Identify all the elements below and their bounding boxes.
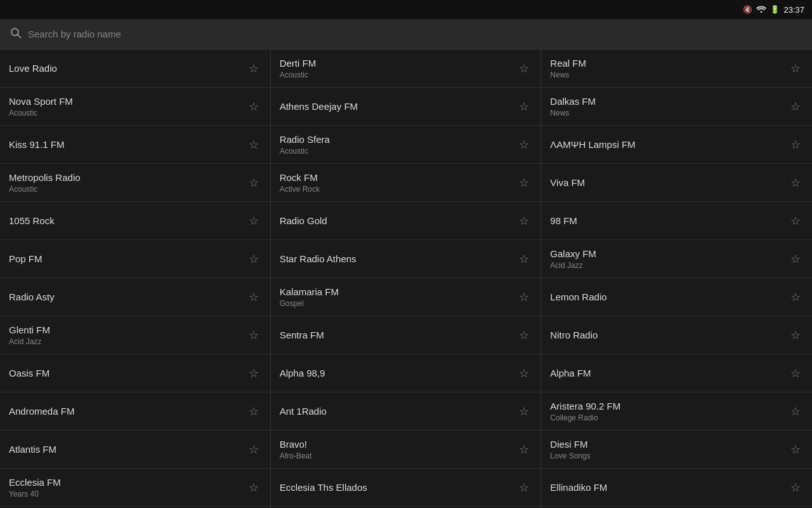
radio-name: Ellinadiko FM	[550, 481, 788, 494]
radio-item[interactable]: Alpha FM☆	[541, 354, 812, 392]
radio-item[interactable]: Ecclesia FMYears 40☆	[0, 469, 270, 507]
favorite-button[interactable]: ☆	[788, 211, 803, 231]
radio-item[interactable]: 1055 Rock☆	[0, 202, 270, 240]
radio-item[interactable]: Ellinadiko FM☆	[541, 469, 812, 507]
radio-item[interactable]: 98 FM☆	[541, 202, 812, 240]
favorite-button[interactable]: ☆	[788, 364, 803, 383]
favorite-button[interactable]: ☆	[516, 478, 532, 497]
favorite-button[interactable]: ☆	[516, 440, 532, 459]
favorite-button[interactable]: ☆	[516, 288, 532, 307]
radio-item[interactable]: Pop FM☆	[0, 240, 270, 278]
radio-info: Kiss 91.1 FM	[9, 138, 246, 151]
radio-info: ΛΑΜΨΗ Lampsi FM	[550, 138, 788, 151]
radio-item[interactable]: Love Radio☆	[0, 50, 270, 88]
radio-item[interactable]: Atlantis FM☆	[0, 431, 270, 469]
radio-item[interactable]: Aristera 90.2 FMCollege Radio☆	[541, 392, 812, 431]
radio-item[interactable]: Galaxy FMAcid Jazz☆	[541, 240, 812, 278]
search-icon	[10, 27, 22, 41]
favorite-button[interactable]: ☆	[516, 211, 532, 231]
favorite-button[interactable]: ☆	[516, 326, 532, 345]
radio-info: Galaxy FMAcid Jazz	[550, 248, 788, 271]
radio-name: Aristera 90.2 FM	[550, 400, 788, 413]
radio-item[interactable]: Kalamaria FMGospel☆	[271, 278, 541, 316]
favorite-button[interactable]: ☆	[246, 364, 261, 383]
radio-name: Atlantis FM	[9, 443, 246, 456]
radio-item[interactable]: Real FMNews☆	[541, 50, 812, 88]
radio-item[interactable]: Star Radio Athens☆	[271, 240, 541, 278]
favorite-button[interactable]: ☆	[246, 250, 261, 269]
favorite-button[interactable]: ☆	[788, 478, 803, 497]
radio-name: Derti FM	[280, 57, 517, 70]
radio-item[interactable]: Nitro Radio☆	[541, 316, 812, 354]
favorite-button[interactable]: ☆	[788, 59, 803, 78]
radio-item[interactable]: Rock FMActive Rock☆	[271, 164, 541, 202]
favorite-button[interactable]: ☆	[246, 97, 261, 116]
radio-item[interactable]: Alpha 98,9☆	[271, 354, 541, 392]
radio-item[interactable]: Radio SferaAcoustic☆	[271, 126, 541, 164]
radio-item[interactable]: Metropolis RadioAcoustic☆	[0, 164, 270, 202]
radio-name: Love Radio	[9, 62, 246, 75]
radio-name: Nova Sport FM	[9, 95, 246, 108]
radio-item[interactable]: Athens Deejay FM☆	[271, 88, 541, 126]
radio-item[interactable]: Derti FMAcoustic☆	[271, 50, 541, 88]
favorite-button[interactable]: ☆	[788, 97, 803, 116]
radio-info: 98 FM	[550, 215, 788, 227]
radio-sub: Love Songs	[550, 451, 788, 460]
radio-item[interactable]: Kiss 91.1 FM☆	[0, 126, 270, 164]
column-0: Love Radio☆Nova Sport FMAcoustic☆Kiss 91…	[0, 50, 271, 508]
radio-item[interactable]: Bravo!Afro-Beat☆	[271, 431, 541, 469]
radio-item[interactable]: Viva FM☆	[541, 164, 812, 202]
radio-sub: Acid Jazz	[550, 261, 788, 270]
favorite-button[interactable]: ☆	[788, 173, 803, 192]
radio-sub: Active Rock	[280, 185, 517, 194]
favorite-button[interactable]: ☆	[246, 173, 261, 192]
radio-item[interactable]: Radio Asty☆	[0, 278, 270, 316]
search-input[interactable]	[28, 29, 802, 39]
status-icons: 🔇 🔋 23:37	[743, 5, 804, 15]
favorite-button[interactable]: ☆	[788, 440, 803, 459]
favorite-button[interactable]: ☆	[788, 402, 803, 421]
radio-info: Radio Gold	[280, 215, 517, 227]
radio-item[interactable]: Lemon Radio☆	[541, 278, 812, 316]
favorite-button[interactable]: ☆	[246, 440, 261, 459]
radio-name: Kalamaria FM	[280, 286, 517, 298]
favorite-button[interactable]: ☆	[516, 97, 532, 116]
favorite-button[interactable]: ☆	[516, 59, 532, 78]
radio-item[interactable]: Glenti FMAcid Jazz☆	[0, 316, 270, 354]
favorite-button[interactable]: ☆	[516, 250, 532, 269]
favorite-button[interactable]: ☆	[516, 135, 532, 154]
radio-info: Kalamaria FMGospel	[280, 286, 517, 309]
favorite-button[interactable]: ☆	[516, 173, 532, 192]
favorite-button[interactable]: ☆	[246, 478, 261, 497]
favorite-button[interactable]: ☆	[788, 135, 803, 154]
radio-list: Love Radio☆Nova Sport FMAcoustic☆Kiss 91…	[0, 50, 812, 508]
radio-item[interactable]: ΛΑΜΨΗ Lampsi FM☆	[541, 126, 812, 164]
favorite-button[interactable]: ☆	[516, 402, 532, 421]
favorite-button[interactable]: ☆	[246, 211, 261, 231]
radio-item[interactable]: Dalkas FMNews☆	[541, 88, 812, 126]
favorite-button[interactable]: ☆	[788, 250, 803, 269]
radio-info: Lemon Radio	[550, 291, 788, 304]
radio-info: Rock FMActive Rock	[280, 171, 517, 194]
favorite-button[interactable]: ☆	[788, 326, 803, 345]
radio-item[interactable]: Radio Gold☆	[271, 202, 541, 240]
radio-info: Atlantis FM	[9, 443, 246, 456]
favorite-button[interactable]: ☆	[788, 288, 803, 307]
radio-item[interactable]: Sentra FM☆	[271, 316, 541, 354]
favorite-button[interactable]: ☆	[516, 364, 532, 383]
radio-item[interactable]: Ant 1Radio☆	[271, 392, 541, 431]
favorite-button[interactable]: ☆	[246, 135, 261, 154]
radio-item[interactable]: Nova Sport FMAcoustic☆	[0, 88, 270, 126]
favorite-button[interactable]: ☆	[246, 59, 261, 78]
favorite-button[interactable]: ☆	[246, 402, 261, 421]
radio-item[interactable]: Andromeda FM☆	[0, 392, 270, 431]
radio-info: Derti FMAcoustic	[280, 57, 517, 80]
favorite-button[interactable]: ☆	[246, 288, 261, 307]
radio-name: Radio Gold	[280, 215, 517, 227]
radio-item[interactable]: Ecclesia Ths Ellados☆	[271, 469, 541, 507]
radio-item[interactable]: Diesi FMLove Songs☆	[541, 431, 812, 469]
radio-item[interactable]: Oasis FM☆	[0, 354, 270, 392]
radio-name: 1055 Rock	[9, 215, 246, 227]
clock: 23:37	[783, 5, 804, 15]
favorite-button[interactable]: ☆	[246, 326, 261, 345]
